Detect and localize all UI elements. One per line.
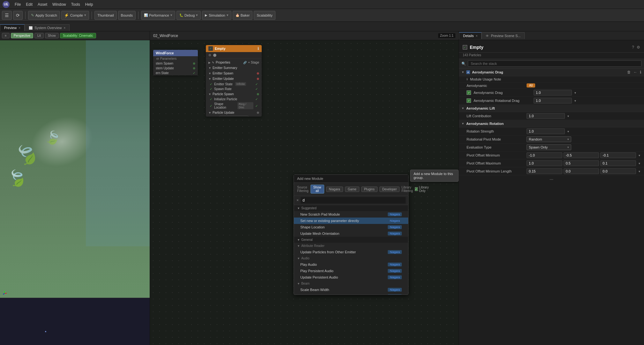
viewport-perspective-btn[interactable]: Perspective: [11, 33, 33, 38]
popup-item-set-param[interactable]: Set new or existing parameter directly N…: [294, 218, 408, 224]
emitter-summary-header[interactable]: ▼ Emitter Summary: [206, 65, 262, 71]
popup-item-update-beam[interactable]: Update Beam Niagara: [294, 293, 408, 295]
performance-button[interactable]: 📊 Performance ▾: [141, 11, 175, 20]
aero-drag-expand[interactable]: ▾: [574, 91, 576, 95]
pivot-offset-max-z[interactable]: 0.1: [600, 160, 636, 166]
add-module-btn[interactable]: Add new Module: [219, 116, 249, 117]
pivot-offset-min-y[interactable]: -0.5: [564, 152, 599, 158]
scalability-button[interactable]: Scalability: [254, 11, 275, 20]
viewport-menu-btn[interactable]: ≡: [2, 33, 10, 38]
filter-show-all[interactable]: Show all: [311, 185, 324, 194]
filter-plugins[interactable]: Plugins: [361, 187, 378, 192]
library-only-check[interactable]: ✓ Library Only: [415, 186, 430, 193]
pivot-offset-min-length-x[interactable]: 0.15: [527, 168, 562, 174]
aero-drag-checkbox[interactable]: ✓: [467, 90, 471, 95]
node-canvas[interactable]: WindForce er Parameters stem Spawn ⊕ ste…: [150, 40, 459, 345]
pivot-offset-min-x[interactable]: -1.0: [527, 152, 562, 158]
filter-game[interactable]: Game: [345, 187, 359, 192]
toolbar-icon-1[interactable]: ☰: [2, 11, 12, 20]
lift-contribution-value[interactable]: 1.0: [527, 113, 565, 119]
baker-button[interactable]: 🎂 Baker: [233, 11, 253, 20]
popup-item-play-audio[interactable]: Play Audio Niagara: [294, 261, 408, 268]
expand-more-icon[interactable]: ⋯: [550, 177, 553, 182]
tab-preview-close[interactable]: ×: [19, 26, 20, 30]
popup-search-close[interactable]: ×: [296, 198, 299, 203]
emitter-spawn-header[interactable]: ▼ Emitter Spawn ⊕: [206, 71, 262, 76]
menu-file[interactable]: File: [15, 2, 21, 7]
details-checkbox[interactable]: ✓: [463, 45, 467, 50]
aero-rot-drag-checkbox[interactable]: ✓: [467, 98, 471, 103]
filter-niagara[interactable]: Niagara: [326, 187, 343, 192]
menu-asset[interactable]: Asset: [38, 2, 47, 7]
menu-window[interactable]: Window: [52, 2, 66, 7]
menu-tools[interactable]: Tools: [71, 2, 80, 7]
windforce-row-spawn[interactable]: stem Spawn ⊕: [153, 61, 198, 66]
audio-sub[interactable]: ▼ Audio: [294, 255, 408, 261]
aerodynamic-drag-section[interactable]: ▼ A Aerodynamic Drag 🗑 ← ℹ: [459, 68, 644, 76]
viewport-scalability-btn[interactable]: Scalability: Cinematic: [60, 33, 96, 38]
aero-drag-value[interactable]: 1.0: [534, 90, 572, 96]
tab-preview-scene[interactable]: 👁 Preview Scene S...: [482, 32, 525, 39]
thumbnail-button[interactable]: Thumbnail: [94, 11, 116, 20]
pivot-offset-min-expand[interactable]: ▾: [639, 154, 640, 157]
aero-rot-drag-expand[interactable]: ▾: [574, 99, 576, 103]
windforce-row-update[interactable]: stem Update ⊕: [153, 66, 198, 71]
pivot-offset-max-expand[interactable]: ▾: [639, 162, 640, 165]
popup-item-new-scratch[interactable]: New Scratch Pad Module Niagara: [294, 211, 408, 218]
emitter-update-header[interactable]: ▼ Emitter Update ⊕: [206, 76, 262, 81]
pivot-offset-min-length-y[interactable]: 0.0: [564, 168, 599, 174]
emitter-properties-header[interactable]: ▶ ✎ Properties 🔗 + Stage: [206, 60, 262, 65]
evaluation-type-dropdown[interactable]: Spawn Only ▾: [527, 144, 571, 150]
tab-details-close[interactable]: ×: [476, 34, 478, 38]
tab-system-overview[interactable]: ⬜ System Overview ×: [25, 24, 70, 31]
viewport-lit-btn[interactable]: Lit: [34, 33, 44, 38]
pivot-offset-min-length-z[interactable]: 0.0: [600, 168, 636, 174]
popup-search-input[interactable]: [301, 197, 406, 203]
rotation-strength-value[interactable]: 1.0: [527, 128, 565, 134]
rotation-strength-expand[interactable]: ▾: [567, 130, 569, 133]
menu-edit[interactable]: Edit: [26, 2, 33, 7]
beam-sub[interactable]: ▼ Beam: [294, 280, 408, 287]
apply-scratch-button[interactable]: ✎ Apply Scratch: [28, 11, 60, 20]
aero-drag-arrow-icon[interactable]: ←: [633, 70, 637, 74]
viewport-show-btn[interactable]: Show: [45, 33, 59, 38]
pivot-offset-min-z[interactable]: -0.1: [600, 152, 636, 158]
emitter-info-icon[interactable]: ℹ: [258, 46, 259, 51]
popup-item-scale-beam[interactable]: Scale Beam Width Niagara: [294, 287, 408, 293]
general-section-header[interactable]: ▼ General: [294, 237, 408, 243]
lift-contribution-expand[interactable]: ▾: [567, 114, 569, 118]
particle-spawn-header[interactable]: ▼ Particle Spawn ⊕: [206, 91, 262, 97]
menu-help[interactable]: Help: [85, 2, 93, 7]
aerodynamic-rotation-section[interactable]: ▼ Aerodynamic Rotation: [459, 120, 644, 127]
details-search-input[interactable]: [468, 60, 641, 67]
details-question-icon[interactable]: ?: [632, 45, 634, 50]
popup-item-update-particles[interactable]: Update Particles from Other Emitter Niag…: [294, 249, 408, 255]
debug-button[interactable]: 🐛 Debug ▾: [176, 11, 201, 20]
popup-item-shape-location[interactable]: Shape Location Niagara: [294, 224, 408, 230]
aero-drag-trash-icon[interactable]: 🗑: [627, 70, 631, 74]
tab-details[interactable]: Details ×: [459, 32, 482, 39]
simulation-button[interactable]: ▶ Simulation ▾: [202, 11, 231, 20]
aerodynamic-lift-section[interactable]: ▼ Aerodynamic Lift: [459, 105, 644, 112]
pivot-offset-max-x[interactable]: 1.0: [527, 160, 562, 166]
filter-developer[interactable]: Developer: [379, 187, 400, 192]
details-settings-icon[interactable]: ⚙: [637, 45, 640, 50]
aero-drag-info-icon[interactable]: ℹ: [640, 70, 641, 74]
pivot-offset-min-length-expand[interactable]: ▾: [639, 170, 640, 173]
suggested-section-header[interactable]: ▼ Suggested: [294, 205, 408, 211]
windforce-label-1: er Parameters: [153, 56, 198, 61]
rotational-pivot-mode-dropdown[interactable]: Random ▾: [527, 136, 571, 142]
pivot-offset-max-y[interactable]: 0.5: [564, 160, 599, 166]
tab-system-overview-close[interactable]: ×: [64, 26, 66, 30]
aero-rot-drag-value[interactable]: 1.0: [534, 98, 572, 103]
tab-preview[interactable]: Preview ×: [0, 24, 25, 31]
bounds-button[interactable]: Bounds: [118, 11, 136, 20]
popup-item-update-persistent-audio[interactable]: Update Persistent Audio Niagara: [294, 274, 408, 280]
windforce-row-state[interactable]: ern State ✓: [153, 71, 198, 75]
attribute-reader-sub[interactable]: ▼ Attribute Reader: [294, 243, 408, 249]
compile-button[interactable]: ⚡ Compile ▾: [61, 11, 89, 20]
popup-item-update-mesh[interactable]: Update Mesh Orientation Niagara: [294, 230, 408, 237]
toolbar-icon-2[interactable]: ⟳: [13, 11, 23, 20]
popup-item-play-persistent-audio[interactable]: Play Persistent Audio Niagara: [294, 268, 408, 274]
particle-update-header[interactable]: ▼ Particle Update ⊕: [206, 110, 262, 115]
